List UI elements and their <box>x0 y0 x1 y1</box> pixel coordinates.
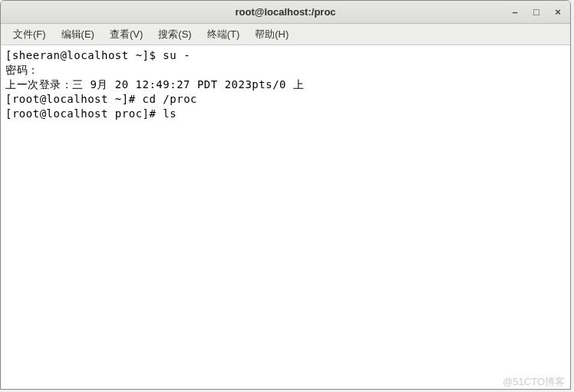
terminal-line: [sheeran@localhost ~]$ su - <box>5 49 190 61</box>
menu-view[interactable]: 查看(V) <box>102 25 150 44</box>
menu-file[interactable]: 文件(F) <box>5 25 54 44</box>
terminal-line: 上一次登录：三 9月 20 12:49:27 PDT 2023pts/0 上 <box>5 78 304 91</box>
menu-help[interactable]: 帮助(H) <box>247 25 296 44</box>
window-controls: – □ × <box>507 4 566 19</box>
minimize-button[interactable]: – <box>507 4 523 19</box>
terminal-window: root@localhost:/proc – □ × 文件(F) 编辑(E) 查… <box>0 0 571 390</box>
terminal-area[interactable]: [sheeran@localhost ~]$ su - 密码： 上一次登录：三 … <box>1 45 570 389</box>
menu-search[interactable]: 搜索(S) <box>150 25 199 44</box>
window-title: root@localhost:/proc <box>235 6 335 18</box>
menubar: 文件(F) 编辑(E) 查看(V) 搜索(S) 终端(T) 帮助(H) <box>1 24 570 45</box>
terminal-line: 密码： <box>5 64 39 76</box>
watermark-text: @51CTO博客 <box>503 375 565 389</box>
menu-edit[interactable]: 编辑(E) <box>54 25 102 44</box>
close-button[interactable]: × <box>550 4 566 19</box>
maximize-button[interactable]: □ <box>529 4 544 19</box>
terminal-line: [root@localhost ~]# cd /proc <box>5 93 197 105</box>
terminal-line: [root@localhost proc]# ls <box>5 107 176 120</box>
menu-terminal[interactable]: 终端(T) <box>200 25 248 44</box>
titlebar[interactable]: root@localhost:/proc – □ × <box>1 1 570 24</box>
